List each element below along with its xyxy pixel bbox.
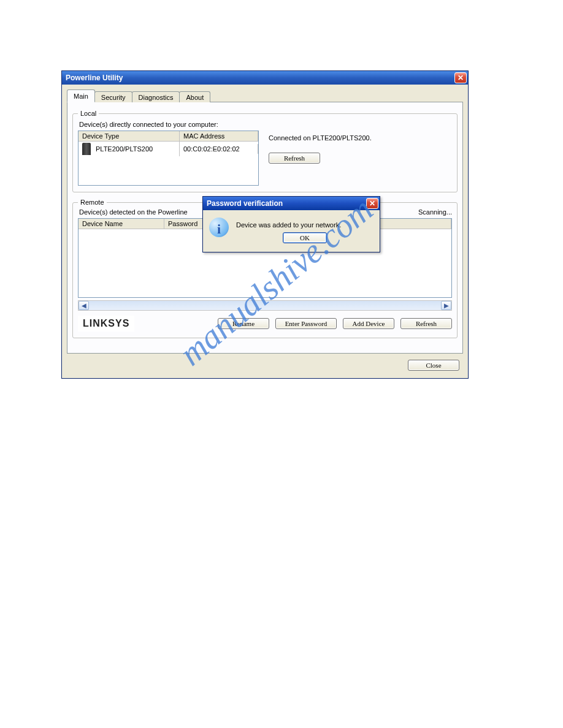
close-button[interactable]: Close (408, 360, 459, 371)
local-row-mac: 00:C0:02:E0:02:02 (180, 144, 258, 154)
enter-password-button[interactable]: Enter Password (275, 318, 337, 329)
password-verification-dialog: Password verification ✕ Device was added… (202, 196, 380, 252)
titlebar[interactable]: Powerline Utility ✕ (62, 71, 468, 85)
local-row-type: PLTE200/PLTS200 (96, 145, 153, 153)
remote-status: Scanning... (418, 208, 452, 216)
dialog-ok-button[interactable]: OK (283, 232, 327, 243)
linksys-logo: LINKSYS (78, 316, 134, 332)
tab-strip: Main Security Diagnostics About (67, 89, 463, 102)
tab-main[interactable]: Main (67, 89, 95, 102)
col-mac-address[interactable]: MAC Address (180, 131, 258, 141)
col-device-name[interactable]: Device Name (79, 219, 164, 229)
local-refresh-button[interactable]: Refresh (269, 153, 320, 164)
dialog-message: Device was added to your network. (236, 218, 373, 229)
tab-diagnostics[interactable]: Diagnostics (132, 91, 180, 102)
close-icon: ✕ (369, 199, 375, 208)
local-caption: Device(s) directly connected to your com… (79, 121, 452, 128)
close-icon: ✕ (458, 74, 464, 82)
local-right-panel: Connected on PLTE200/PLTS200. Refresh (266, 131, 452, 186)
dialog-titlebar[interactable]: Password verification ✕ (203, 197, 380, 210)
scroll-right-icon[interactable]: ▶ (441, 301, 451, 310)
table-row[interactable]: PLTE200/PLTS200 00:C0:02:E0:02:02 (79, 142, 258, 156)
horizontal-scrollbar[interactable]: ◀ ▶ (78, 300, 452, 311)
local-group: Local Device(s) directly connected to yo… (72, 110, 458, 192)
scroll-left-icon[interactable]: ◀ (79, 301, 89, 310)
rename-button[interactable]: Rename (218, 318, 269, 329)
remote-button-row: LINKSYS Rename Enter Password Add Device… (78, 316, 452, 332)
local-legend: Local (78, 110, 99, 117)
col-device-type[interactable]: Device Type (79, 131, 180, 141)
local-list-header: Device Type MAC Address (79, 131, 258, 142)
bottom-button-row: Close (67, 354, 463, 373)
dialog-close-button[interactable]: ✕ (366, 198, 378, 209)
remote-caption-text: Device(s) detected on the Powerline (79, 208, 188, 216)
window-close-button[interactable]: ✕ (454, 72, 467, 83)
remote-legend: Remote (78, 199, 107, 206)
info-icon (209, 218, 229, 237)
device-icon (82, 143, 91, 155)
tab-security[interactable]: Security (94, 91, 132, 102)
remote-refresh-button[interactable]: Refresh (400, 318, 452, 329)
window-title: Powerline Utility (66, 74, 123, 82)
scroll-track[interactable] (89, 301, 441, 310)
local-device-list[interactable]: Device Type MAC Address PLTE200/PLTS200 … (78, 131, 259, 186)
dialog-title: Password verification (207, 199, 283, 208)
connected-text: Connected on PLTE200/PLTS200. (269, 134, 450, 142)
add-device-button[interactable]: Add Device (343, 318, 394, 329)
tab-about[interactable]: About (179, 91, 210, 102)
